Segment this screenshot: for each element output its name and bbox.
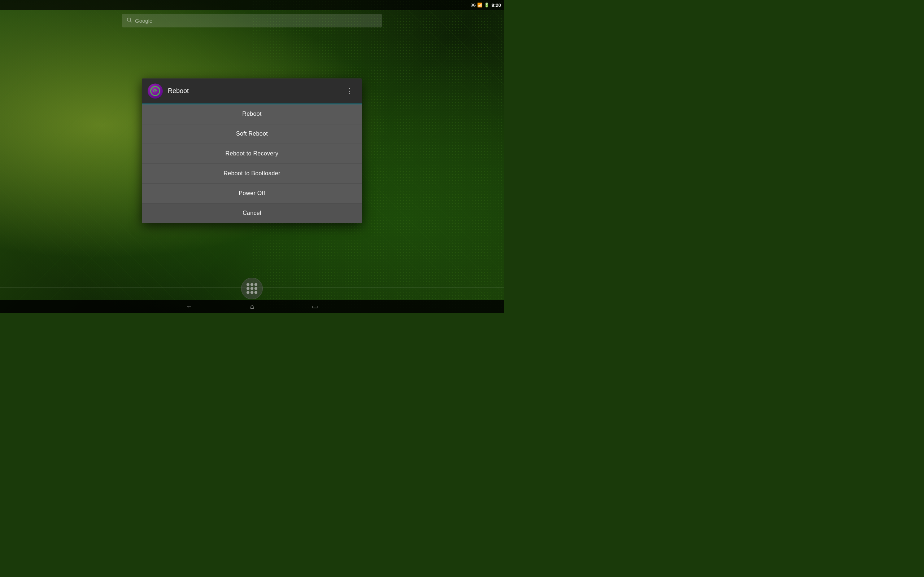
soft-reboot-button[interactable]: Soft Reboot bbox=[142, 124, 362, 144]
nav-bar: ← ⌂ ▭ bbox=[0, 300, 504, 313]
reboot-button[interactable]: Reboot bbox=[142, 104, 362, 124]
reboot-recovery-button[interactable]: Reboot to Recovery bbox=[142, 144, 362, 164]
apps-grid-icon bbox=[247, 283, 257, 294]
status-icons: 3G 📶 🔋 bbox=[471, 3, 489, 8]
app-icon bbox=[148, 83, 163, 98]
cancel-button[interactable]: Cancel bbox=[142, 203, 362, 223]
app-drawer-button[interactable] bbox=[241, 278, 263, 299]
svg-point-0 bbox=[128, 18, 131, 21]
app-icon-inner bbox=[150, 86, 160, 96]
dialog-title: Reboot bbox=[168, 87, 189, 95]
svg-line-1 bbox=[130, 21, 132, 23]
signal-bars-icon: 📶 bbox=[477, 3, 483, 8]
signal-icon: 3G bbox=[471, 3, 476, 7]
status-bar: 3G 📶 🔋 8:20 bbox=[0, 0, 504, 10]
search-bar[interactable]: Google bbox=[122, 14, 382, 27]
search-placeholder: Google bbox=[135, 18, 152, 24]
power-off-button[interactable]: Power Off bbox=[142, 184, 362, 203]
search-icon bbox=[126, 17, 132, 24]
reboot-bootloader-button[interactable]: Reboot to Bootloader bbox=[142, 164, 362, 184]
dialog-title-area: Reboot bbox=[148, 83, 189, 98]
battery-icon: 🔋 bbox=[484, 3, 489, 8]
back-button[interactable]: ← bbox=[186, 303, 192, 311]
status-time: 8:20 bbox=[492, 3, 501, 8]
home-button[interactable]: ⌂ bbox=[250, 303, 254, 311]
overflow-menu-button[interactable]: ⋮ bbox=[343, 85, 356, 97]
recents-button[interactable]: ▭ bbox=[312, 303, 318, 311]
reboot-dialog: Reboot ⋮ Reboot Soft Reboot Reboot to Re… bbox=[142, 78, 362, 223]
dialog-header: Reboot ⋮ bbox=[142, 78, 362, 104]
